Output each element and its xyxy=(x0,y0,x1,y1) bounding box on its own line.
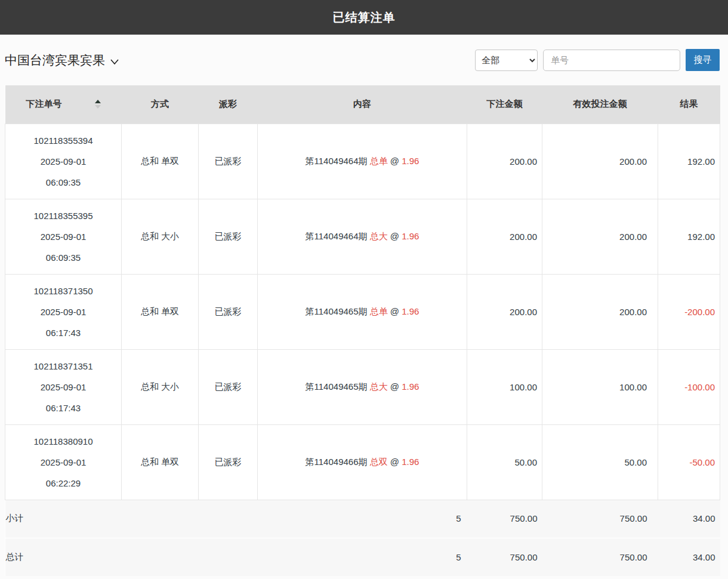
game-title: 中国台湾宾果宾果 xyxy=(5,52,105,69)
content-at-sign: @ xyxy=(390,457,399,467)
cell-payout-status: 已派彩 xyxy=(199,274,258,349)
cell-order-no: 102118355394 2025-09-01 06:09:35 xyxy=(5,124,122,199)
order-time: 06:17:43 xyxy=(6,398,121,418)
sort-asc-icon xyxy=(95,100,101,103)
table-row: 102118355394 2025-09-01 06:09:35 总和 单双 已… xyxy=(5,124,720,199)
cell-method: 总和 大小 xyxy=(122,349,199,424)
cell-order-no: 102118371351 2025-09-01 06:17:43 xyxy=(5,349,122,424)
cell-bet-amount: 50.00 xyxy=(467,424,542,500)
table-row: 102118355395 2025-09-01 06:09:35 总和 大小 已… xyxy=(5,199,720,274)
cell-method: 总和 单双 xyxy=(122,274,199,349)
content-period: 第114049464期 xyxy=(306,231,368,241)
total-result: 34.00 xyxy=(658,538,720,576)
table-body: 102118355394 2025-09-01 06:09:35 总和 单双 已… xyxy=(5,124,720,500)
cell-method: 总和 单双 xyxy=(122,124,199,199)
content-pick: 总单 xyxy=(370,156,388,166)
cell-result: -50.00 xyxy=(658,424,720,500)
col-header-order-no[interactable]: 下注单号 xyxy=(5,85,122,124)
toolbar: 中国台湾宾果宾果 全部 搜寻 xyxy=(0,35,728,85)
top-title-bar: 已结算注单 xyxy=(0,0,728,35)
subtotal-row: 小计 5 750.00 750.00 34.00 xyxy=(5,500,720,538)
order-number: 102118380910 xyxy=(6,431,121,452)
content-pick: 总双 xyxy=(370,457,388,467)
col-header-order-no-label: 下注单号 xyxy=(26,98,62,110)
content-odds: 1.96 xyxy=(402,381,419,392)
cell-bet-amount: 200.00 xyxy=(467,124,542,199)
cell-bet-amount: 200.00 xyxy=(467,274,542,349)
content-odds: 1.96 xyxy=(402,231,419,241)
content-period: 第114049465期 xyxy=(306,381,368,392)
table-row: 102118371351 2025-09-01 06:17:43 总和 大小 已… xyxy=(5,349,720,424)
table-row: 102118380910 2025-09-01 06:22:29 总和 单双 已… xyxy=(5,424,720,500)
col-header-valid-amount: 有效投注金额 xyxy=(542,85,658,124)
game-selector[interactable]: 中国台湾宾果宾果 xyxy=(5,52,119,69)
order-number: 102118355394 xyxy=(6,130,121,151)
sort-icon[interactable] xyxy=(95,100,101,109)
order-time: 06:09:35 xyxy=(6,172,121,193)
total-count: 5 xyxy=(122,538,467,576)
content-pick: 总单 xyxy=(370,306,388,316)
subtotal-label: 小计 xyxy=(5,500,122,538)
cell-result: -200.00 xyxy=(658,274,720,349)
cell-bet-amount: 100.00 xyxy=(467,349,542,424)
content-pick: 总大 xyxy=(370,231,388,241)
table-footer: 小计 5 750.00 750.00 34.00 总计 5 750.00 750… xyxy=(5,500,720,576)
filter-select[interactable]: 全部 xyxy=(475,50,538,71)
cell-valid-amount: 200.00 xyxy=(542,199,658,274)
cell-valid-amount: 200.00 xyxy=(542,124,658,199)
col-header-method: 方式 xyxy=(122,85,199,124)
page-title: 已结算注单 xyxy=(333,10,396,26)
search-button[interactable]: 搜寻 xyxy=(686,49,720,71)
col-header-payout: 派彩 xyxy=(199,85,258,124)
chevron-down-icon xyxy=(110,57,119,66)
content-odds: 1.96 xyxy=(402,457,419,467)
content-odds: 1.96 xyxy=(402,156,419,166)
col-header-result: 结果 xyxy=(658,85,720,124)
cell-result: 192.00 xyxy=(658,199,720,274)
order-number: 102118371350 xyxy=(6,281,121,301)
order-date: 2025-09-01 xyxy=(6,452,121,473)
cell-content: 第114049464期 总单 @ 1.96 xyxy=(258,124,467,199)
cell-valid-amount: 50.00 xyxy=(542,424,658,500)
total-row: 总计 5 750.00 750.00 34.00 xyxy=(5,538,720,576)
cell-payout-status: 已派彩 xyxy=(199,124,258,199)
order-date: 2025-09-01 xyxy=(6,226,121,247)
total-valid-amount: 750.00 xyxy=(542,538,658,576)
order-time: 06:17:43 xyxy=(6,322,121,343)
sort-desc-icon xyxy=(95,105,101,109)
order-number-input[interactable] xyxy=(543,50,680,71)
cell-content: 第114049465期 总单 @ 1.96 xyxy=(258,274,467,349)
content-pick: 总大 xyxy=(370,381,388,392)
content-at-sign: @ xyxy=(390,231,399,241)
order-date: 2025-09-01 xyxy=(6,377,121,398)
cell-result: -100.00 xyxy=(658,349,720,424)
cell-payout-status: 已派彩 xyxy=(199,349,258,424)
order-date: 2025-09-01 xyxy=(6,151,121,172)
cell-content: 第114049465期 总大 @ 1.96 xyxy=(258,349,467,424)
content-at-sign: @ xyxy=(390,306,399,316)
order-number: 102118371351 xyxy=(6,356,121,377)
subtotal-result: 34.00 xyxy=(658,500,720,538)
cell-method: 总和 大小 xyxy=(122,199,199,274)
content-period: 第114049466期 xyxy=(306,457,368,467)
col-header-bet-amount: 下注金额 xyxy=(467,85,542,124)
content-period: 第114049464期 xyxy=(306,156,368,166)
subtotal-valid-amount: 750.00 xyxy=(542,500,658,538)
content-odds: 1.96 xyxy=(402,306,419,316)
content-at-sign: @ xyxy=(390,381,399,392)
order-date: 2025-09-01 xyxy=(6,301,121,322)
col-header-content: 内容 xyxy=(258,85,467,124)
order-time: 06:09:35 xyxy=(6,247,121,268)
cell-payout-status: 已派彩 xyxy=(199,424,258,500)
cell-order-no: 102118380910 2025-09-01 06:22:29 xyxy=(5,424,122,500)
cell-method: 总和 单双 xyxy=(122,424,199,500)
cell-valid-amount: 100.00 xyxy=(542,349,658,424)
cell-content: 第114049466期 总双 @ 1.96 xyxy=(258,424,467,500)
cell-payout-status: 已派彩 xyxy=(199,199,258,274)
total-label: 总计 xyxy=(5,538,122,576)
cell-bet-amount: 200.00 xyxy=(467,199,542,274)
settled-bets-table: 下注单号 方式 派彩 内容 下注金额 有效投注金额 结果 10211835539… xyxy=(5,85,720,576)
search-controls: 全部 搜寻 xyxy=(475,49,720,71)
total-bet-amount: 750.00 xyxy=(467,538,542,576)
cell-content: 第114049464期 总大 @ 1.96 xyxy=(258,199,467,274)
